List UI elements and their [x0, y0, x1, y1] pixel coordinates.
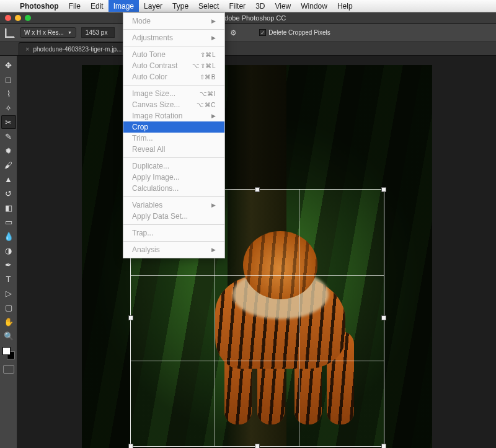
- menu-item-crop[interactable]: Crop: [123, 121, 224, 133]
- menu-item-adjustments: Adjustments▶: [123, 32, 224, 43]
- menu-separator: [123, 85, 224, 86]
- crop-tool-icon: [5, 28, 15, 38]
- crop-handle-w[interactable]: [128, 315, 133, 320]
- chevron-right-icon: ▶: [211, 18, 216, 24]
- document-tab-label: photodune-4603823-tiger-m.jp...: [33, 46, 122, 53]
- history-brush-tool[interactable]: ↺: [1, 187, 16, 200]
- gradient-tool[interactable]: ▭: [1, 215, 16, 229]
- crop-preset-dropdown[interactable]: W x H x Res... ▼: [20, 27, 76, 38]
- crop-handle-ne[interactable]: [381, 187, 386, 192]
- zoom-window-button[interactable]: [25, 15, 31, 21]
- menu-window[interactable]: Window: [296, 0, 332, 12]
- quick-mask-toggle[interactable]: [3, 365, 14, 374]
- crop-handle-s[interactable]: [255, 444, 260, 448]
- chevron-down-icon: ▼: [68, 30, 72, 35]
- macos-menubar: Photoshop FileEditImageLayerTypeSelectFi…: [0, 0, 496, 12]
- crop-shade: [384, 189, 432, 447]
- zoom-tool[interactable]: 🔍: [1, 329, 16, 343]
- path-select-tool[interactable]: ▷: [1, 286, 16, 300]
- tools-panel: ✥ ◻ ⌇ ✧ ✂ ✎ ✹ 🖌 ▲ ↺ ◧ ▭ 💧 ◑ ✒ T ▷ ▢ ✋ 🔍: [0, 56, 17, 448]
- menu-item-reveal-all: Reveal All: [123, 144, 224, 155]
- delete-cropped-label: Delete Cropped Pixels: [268, 29, 330, 36]
- menu-item-image-rotation: Image Rotation▶: [123, 110, 224, 121]
- delete-cropped-checkbox[interactable]: ✓ Delete Cropped Pixels: [259, 29, 330, 36]
- menu-3d[interactable]: 3D: [250, 0, 270, 12]
- clone-stamp-tool[interactable]: ▲: [1, 172, 16, 186]
- menu-image[interactable]: Image: [108, 0, 139, 12]
- document-tabbar: × photodune-4603823-tiger-m.jp...: [0, 42, 496, 56]
- move-tool[interactable]: ✥: [1, 58, 16, 72]
- menu-item-auto-color: Auto Color⇧⌘B: [123, 71, 224, 82]
- chevron-right-icon: ▶: [211, 247, 216, 253]
- shape-tool[interactable]: ▢: [1, 301, 16, 314]
- menu-layer[interactable]: Layer: [139, 0, 167, 12]
- brush-tool[interactable]: 🖌: [1, 158, 16, 172]
- menu-item-apply-image: Apply Image...: [123, 172, 224, 183]
- eraser-tool[interactable]: ◧: [1, 201, 16, 214]
- blur-tool[interactable]: 💧: [1, 229, 16, 243]
- menu-select[interactable]: Select: [193, 0, 224, 12]
- crop-preset-label: W x H x Res...: [24, 29, 64, 36]
- menu-separator: [123, 224, 224, 225]
- crop-tool[interactable]: ✂: [1, 115, 16, 129]
- eyedropper-tool[interactable]: ✎: [1, 130, 16, 143]
- document-tab[interactable]: × photodune-4603823-tiger-m.jp...: [19, 42, 128, 55]
- menu-item-trap: Trap...: [123, 227, 224, 239]
- crop-handle-n[interactable]: [255, 187, 260, 192]
- image-menu-dropdown[interactable]: Mode▶Adjustments▶Auto Tone⇧⌘LAuto Contra…: [123, 12, 225, 258]
- menu-item-apply-data-set: Apply Data Set...: [123, 211, 224, 222]
- menu-type[interactable]: Type: [167, 0, 193, 12]
- menu-item-variables: Variables▶: [123, 200, 224, 211]
- menu-item-mode: Mode▶: [123, 15, 224, 27]
- menu-item-trim: Trim...: [123, 133, 224, 144]
- options-bar: W x H x Res... ▼ Clear ▦ 📐 Straighten ⚙ …: [0, 24, 496, 42]
- menu-item-duplicate: Duplicate...: [123, 160, 224, 172]
- type-tool[interactable]: T: [1, 272, 16, 286]
- menu-separator: [123, 157, 224, 158]
- menu-filter[interactable]: Filter: [224, 0, 250, 12]
- chevron-right-icon: ▶: [211, 202, 216, 208]
- menu-item-calculations: Calculations...: [123, 183, 224, 194]
- menu-file[interactable]: File: [64, 0, 86, 12]
- window-title: Adobe Photoshop CC: [35, 14, 471, 22]
- menu-item-auto-tone: Auto Tone⇧⌘L: [123, 49, 224, 60]
- close-window-button[interactable]: [5, 15, 11, 21]
- pen-tool[interactable]: ✒: [1, 258, 16, 271]
- checkbox-icon: ✓: [259, 29, 266, 36]
- menu-separator: [123, 196, 224, 197]
- menu-help[interactable]: Help: [332, 0, 358, 12]
- menu-item-canvas-size: Canvas Size...⌥⌘C: [123, 99, 224, 110]
- menu-item-analysis: Analysis▶: [123, 244, 224, 255]
- crop-handle-sw[interactable]: [128, 444, 133, 448]
- canvas-viewport[interactable]: [17, 56, 496, 448]
- crop-width-input[interactable]: [81, 27, 115, 38]
- chevron-right-icon: ▶: [211, 113, 216, 119]
- workspace: ✥ ◻ ⌇ ✧ ✂ ✎ ✹ 🖌 ▲ ↺ ◧ ▭ 💧 ◑ ✒ T ▷ ▢ ✋ 🔍: [0, 56, 496, 448]
- menu-separator: [123, 29, 224, 30]
- dodge-tool[interactable]: ◑: [1, 244, 16, 257]
- close-tab-icon[interactable]: ×: [25, 45, 29, 53]
- minimize-window-button[interactable]: [15, 15, 21, 21]
- app-menu[interactable]: Photoshop: [15, 0, 64, 12]
- crop-handle-e[interactable]: [381, 315, 386, 320]
- color-swatches[interactable]: [2, 347, 15, 359]
- crop-handle-se[interactable]: [381, 444, 386, 448]
- menu-edit[interactable]: Edit: [86, 0, 108, 12]
- menu-item-image-size: Image Size...⌥⌘I: [123, 88, 224, 99]
- chevron-right-icon: ▶: [211, 35, 216, 41]
- menu-separator: [123, 46, 224, 46]
- magic-wand-tool[interactable]: ✧: [1, 101, 16, 115]
- marquee-tool[interactable]: ◻: [1, 72, 16, 86]
- hand-tool[interactable]: ✋: [1, 315, 16, 328]
- lasso-tool[interactable]: ⌇: [1, 87, 16, 100]
- menu-view[interactable]: View: [270, 0, 296, 12]
- menu-separator: [123, 241, 224, 242]
- menu-item-auto-contrast: Auto Contrast⌥⇧⌘L: [123, 60, 224, 71]
- spot-heal-tool[interactable]: ✹: [1, 144, 16, 157]
- gear-icon[interactable]: ⚙: [228, 28, 238, 38]
- window-titlebar: Adobe Photoshop CC: [0, 12, 496, 24]
